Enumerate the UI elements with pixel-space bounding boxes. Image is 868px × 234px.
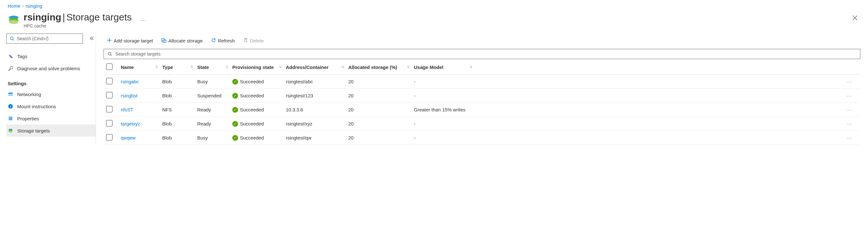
sidebar-item-mount[interactable]: Mount instructions [6, 100, 96, 112]
more-actions-button[interactable]: ··· [141, 17, 146, 24]
page-header: rsinging | Storage targets HPC cache ··· [0, 9, 868, 33]
trash-icon [243, 38, 248, 44]
sort-icon[interactable]: ↑↓ [155, 64, 157, 69]
cell-type: Blob [160, 74, 195, 88]
refresh-icon [211, 38, 216, 44]
cell-prov: ✓Succeeded [230, 88, 283, 102]
select-all-checkbox[interactable] [106, 63, 113, 70]
sidebar-item-diagnose[interactable]: Diagnose and solve problems [6, 62, 96, 74]
row-actions-button[interactable]: ··· [844, 131, 860, 145]
storage-icon [8, 128, 13, 133]
page-subtitle: HPC cache [24, 23, 132, 28]
col-type[interactable]: Type↑↓ [160, 60, 195, 74]
row-actions-button[interactable]: ··· [844, 102, 860, 116]
sidebar-item-label: Mount instructions [17, 104, 56, 109]
sidebar-item-networking[interactable]: Networking [6, 88, 96, 100]
success-icon: ✓ [232, 121, 238, 127]
col-prov[interactable]: Provisioning state↑↓ [230, 60, 283, 74]
storage-target-link[interactable]: targetxyz [121, 121, 140, 126]
sidebar-search-input[interactable]: Search (Cmd+/) [6, 33, 83, 44]
sidebar-item-properties[interactable]: Properties [6, 112, 96, 125]
sidebar-item-label: Diagnose and solve problems [17, 66, 80, 71]
add-storage-target-button[interactable]: Add storage target [104, 35, 155, 46]
sidebar-item-label: Storage targets [17, 128, 50, 133]
collapse-sidebar-button[interactable] [89, 36, 94, 42]
cell-alloc: 20 [346, 88, 411, 102]
cell-addr: rsingtest/qw [283, 131, 346, 145]
sort-icon[interactable]: ↑↓ [341, 64, 343, 69]
cell-alloc: 20 [346, 74, 411, 88]
cell-usage: Greater than 15% writes [411, 102, 474, 116]
col-state[interactable]: State↑↓ [195, 60, 230, 74]
sidebar-search-placeholder: Search (Cmd+/) [17, 36, 49, 41]
cell-state: Busy [195, 74, 230, 88]
storage-targets-table: Name↑↓ Type↑↓ State↑↓ Provisioning state… [103, 60, 860, 145]
row-checkbox[interactable] [106, 106, 113, 112]
cell-addr: rsingtest/abc [283, 74, 346, 88]
breadcrumb: Home › rsinging [0, 0, 868, 9]
row-checkbox[interactable] [106, 134, 113, 140]
cell-prov: ✓Succeeded [230, 74, 283, 88]
row-checkbox[interactable] [106, 120, 113, 126]
close-icon[interactable] [849, 12, 860, 25]
col-alloc[interactable]: Allocated storage (%)↑↓ [346, 60, 411, 74]
search-storage-targets-input[interactable]: Search storage targets [103, 49, 860, 59]
cell-prov: ✓Succeeded [230, 102, 283, 116]
toolbar: Add storage target Allocate storage Refr… [101, 33, 863, 48]
storage-target-link[interactable]: qwqew [121, 135, 136, 140]
col-name[interactable]: Name↑↓ [118, 60, 160, 74]
cell-type: Blob [160, 116, 195, 131]
success-icon: ✓ [232, 135, 238, 141]
cell-addr: rsingtest/xyz [283, 116, 346, 131]
cell-usage: - [411, 88, 474, 102]
row-actions-button[interactable]: ··· [844, 88, 860, 102]
svg-rect-10 [10, 105, 11, 106]
svg-rect-9 [10, 106, 11, 108]
sort-icon[interactable]: ↑↓ [469, 64, 471, 69]
success-icon: ✓ [232, 79, 238, 85]
refresh-button[interactable]: Refresh [208, 35, 238, 46]
page-title: rsinging | Storage targets [24, 12, 132, 23]
svg-point-13 [10, 120, 11, 120]
sort-icon[interactable]: ↑↓ [407, 64, 409, 69]
storage-target-link[interactable]: rsingbst [121, 93, 138, 98]
cell-state: Ready [195, 116, 230, 131]
cell-type: Blob [160, 131, 195, 145]
cell-state: Ready [195, 102, 230, 116]
cell-prov: ✓Succeeded [230, 131, 283, 145]
info-icon [8, 103, 13, 109]
table-row: targetxyzBlobReady✓Succeededrsingtest/xy… [103, 116, 860, 131]
storage-target-link[interactable]: nfsST [121, 107, 133, 112]
cell-state: Busy [195, 131, 230, 145]
allocate-storage-button[interactable]: Allocate storage [159, 35, 205, 46]
cell-state: Suspended [195, 88, 230, 102]
sort-icon[interactable]: ↑↓ [225, 64, 227, 69]
breadcrumb-home[interactable]: Home [8, 3, 21, 9]
cell-alloc: 20 [346, 102, 411, 116]
sidebar-item-tags[interactable]: Tags [6, 50, 96, 62]
svg-rect-7 [8, 95, 13, 96]
search-icon [107, 51, 113, 57]
table-row: nfsSTNFSReady✓Succeeded10.3.3.620Greater… [103, 102, 860, 116]
svg-rect-6 [8, 93, 13, 94]
cell-usage: - [411, 131, 474, 145]
sidebar-item-label: Networking [17, 92, 41, 97]
chevron-right-icon: › [22, 4, 24, 8]
breadcrumb-resource[interactable]: rsinging [26, 3, 42, 9]
svg-line-4 [13, 40, 14, 41]
row-checkbox[interactable] [106, 78, 113, 84]
sort-icon[interactable]: ↑↓ [279, 64, 281, 69]
sort-icon[interactable]: ↑↓ [190, 64, 192, 69]
svg-point-12 [11, 118, 12, 119]
cell-type: Blob [160, 88, 195, 102]
col-usage[interactable]: Usage Model↑↓ [411, 60, 474, 74]
sidebar-item-storage-targets[interactable]: Storage targets [6, 125, 96, 137]
success-icon: ✓ [232, 107, 238, 113]
table-row: rsingabcBlobBusy✓Succeededrsingtest/abc2… [103, 74, 860, 88]
row-actions-button[interactable]: ··· [844, 74, 860, 88]
storage-target-link[interactable]: rsingabc [121, 79, 139, 84]
row-actions-button[interactable]: ··· [844, 116, 860, 131]
cell-alloc: 20 [346, 131, 411, 145]
row-checkbox[interactable] [106, 92, 113, 98]
col-addr[interactable]: Address/Container↑↓ [283, 60, 346, 74]
